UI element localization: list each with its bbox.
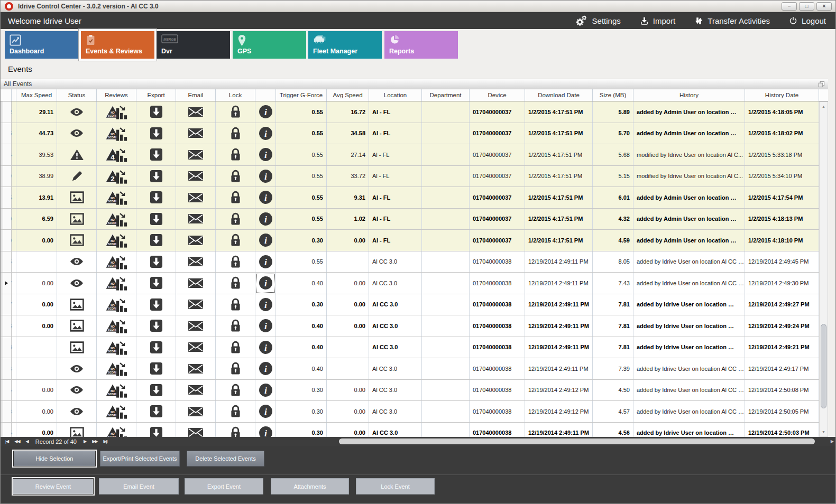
email-icon[interactable] <box>188 299 204 310</box>
close-button[interactable]: × <box>816 2 832 11</box>
column-header-history_date[interactable]: History Date <box>745 89 819 101</box>
info-icon[interactable]: i <box>259 276 273 290</box>
lock-icon[interactable] <box>230 426 241 437</box>
lock-icon[interactable] <box>230 341 241 354</box>
scroll-down-icon[interactable]: ▼ <box>820 428 828 436</box>
lock-icon[interactable] <box>230 298 241 311</box>
review-score-icon[interactable]: NOSCORE <box>105 211 127 227</box>
export-icon[interactable] <box>150 405 163 418</box>
lock-icon[interactable] <box>230 384 241 397</box>
horizontal-scrollbar[interactable]: ◀ ▶ <box>104 438 834 445</box>
column-header-id[interactable] <box>12 89 16 101</box>
settings-button[interactable]: Settings <box>574 15 621 26</box>
info-icon[interactable]: i <box>259 147 273 162</box>
table-row[interactable]: 938.992i0.5533.72Al - FL0170400000371/2/… <box>1 166 819 188</box>
info-icon[interactable]: i <box>259 212 273 226</box>
email-icon[interactable] <box>188 107 204 117</box>
review-score-icon[interactable]: NOSCORE <box>105 382 127 398</box>
import-button[interactable]: Import <box>640 16 676 25</box>
scroll-up-icon[interactable]: ▲ <box>820 102 828 110</box>
email-icon[interactable] <box>188 150 204 160</box>
tab-events-reviews[interactable]: Events & Reviews <box>81 31 154 59</box>
email-icon[interactable] <box>188 406 204 417</box>
info-icon[interactable]: i <box>259 233 273 247</box>
email-icon[interactable] <box>188 192 204 203</box>
tab-fleet-manager[interactable]: Fleet Manager <box>308 31 382 59</box>
review-score-icon[interactable]: NOSCORE <box>105 297 127 312</box>
info-icon[interactable]: i <box>259 404 273 418</box>
export-icon[interactable] <box>150 234 163 247</box>
table-row[interactable]: 50.00NOSCOREi0.300.00Al CC 3.00170400000… <box>1 380 819 402</box>
export-icon[interactable] <box>150 170 163 183</box>
attachments-button[interactable]: Attachments <box>271 478 349 494</box>
table-row[interactable]: 06.59NOSCOREi0.551.02Al - FL017040000037… <box>1 209 819 230</box>
nav-next-icon-0[interactable]: ▶ <box>84 439 86 444</box>
tab-reports[interactable]: Reports <box>384 31 458 59</box>
nav-next-icon-1[interactable]: ▶▶ <box>92 439 97 444</box>
lock-icon[interactable] <box>230 170 241 183</box>
tab-dvr[interactable]: MERGEDvr <box>157 31 230 59</box>
hide-selection-button[interactable]: Hide Selection <box>13 451 96 466</box>
table-row[interactable]: 50.00NOSCOREi0.300.00Al CC 3.00170400000… <box>1 423 819 437</box>
review-score-icon[interactable]: NOSCORE <box>105 126 127 141</box>
lock-icon[interactable] <box>230 362 241 375</box>
email-icon[interactable] <box>188 363 204 374</box>
lock-icon[interactable] <box>230 212 241 226</box>
info-icon[interactable]: i <box>259 126 273 141</box>
nav-prev-icon-0[interactable]: |◀ <box>5 439 8 444</box>
info-icon[interactable]: i <box>259 361 273 376</box>
review-score-icon[interactable]: 4 <box>105 147 127 162</box>
info-icon[interactable]: i <box>259 105 273 119</box>
vertical-scrollbar[interactable]: ▲ ▼ <box>819 101 828 437</box>
table-row[interactable]: 229.11NOSCOREi0.5516.72Al - FL0170400000… <box>1 101 819 123</box>
review-score-icon[interactable]: NOSCORE <box>105 190 127 205</box>
column-header-export[interactable]: Export <box>136 89 176 101</box>
export-icon[interactable] <box>150 148 163 161</box>
table-row[interactable]: 00.00NOSCOREi0.300.00Al - FL017040000037… <box>1 230 819 251</box>
lock-icon[interactable] <box>230 319 241 332</box>
lock-icon[interactable] <box>230 255 241 268</box>
export-event-button[interactable]: Export Event <box>185 478 263 494</box>
export-icon[interactable] <box>150 426 163 437</box>
column-header-department[interactable]: Department <box>422 89 470 101</box>
export-icon[interactable] <box>150 341 163 354</box>
column-header-lock[interactable]: Lock <box>216 89 255 101</box>
email-icon[interactable] <box>188 171 204 181</box>
column-header-status[interactable]: Status <box>57 89 97 101</box>
export-print-selected-events-button[interactable]: Export/Print Selected Events <box>100 451 180 466</box>
maximize-button[interactable]: □ <box>799 2 814 11</box>
column-header-email[interactable]: Email <box>176 89 216 101</box>
table-row[interactable]: 513.91NOSCOREi0.559.31Al - FL01704000003… <box>1 187 819 209</box>
vertical-scrollbar-thumb[interactable] <box>821 324 826 408</box>
export-icon[interactable] <box>150 384 163 397</box>
column-header-location[interactable]: Location <box>369 89 422 101</box>
review-score-icon[interactable]: NOSCORE <box>105 104 127 119</box>
email-icon[interactable] <box>188 278 204 288</box>
column-header-max_speed[interactable]: Max Speed <box>16 89 57 101</box>
info-icon[interactable]: i <box>259 340 273 354</box>
table-row[interactable]: 80.00NOSCOREi0.300.00Al CC 3.00170400000… <box>1 401 819 423</box>
nav-prev-icon-1[interactable]: ◀◀ <box>14 439 20 444</box>
column-header-download_date[interactable]: Download Date <box>525 89 593 101</box>
horizontal-scrollbar-thumb[interactable] <box>339 438 815 444</box>
export-icon[interactable] <box>150 212 163 226</box>
email-icon[interactable] <box>188 213 204 224</box>
export-icon[interactable] <box>150 191 163 204</box>
email-icon[interactable] <box>188 256 204 267</box>
review-score-icon[interactable]: NOSCORE <box>105 232 127 248</box>
column-header-device[interactable]: Device <box>470 89 525 101</box>
info-icon[interactable]: i <box>259 169 273 183</box>
nav-prev-icon-2[interactable]: ◀ <box>26 439 29 444</box>
scroll-left-icon[interactable]: ◀ <box>104 438 107 445</box>
email-icon[interactable] <box>188 235 204 246</box>
email-icon[interactable] <box>188 427 204 437</box>
table-row[interactable]: 6NOSCOREi0.40Al CC 3.001704000003812/19/… <box>1 358 819 380</box>
logout-button[interactable]: Logout <box>789 16 826 25</box>
column-header-size_mb[interactable]: Size (MB) <box>593 89 633 101</box>
lock-icon[interactable] <box>230 276 241 290</box>
review-score-icon[interactable]: NOSCORE <box>105 361 127 376</box>
lock-icon[interactable] <box>230 234 241 247</box>
tab-gps[interactable]: GPS <box>233 31 306 59</box>
review-event-button[interactable]: Review Event <box>13 478 94 494</box>
review-score-icon[interactable]: NOSCORE <box>105 254 127 269</box>
